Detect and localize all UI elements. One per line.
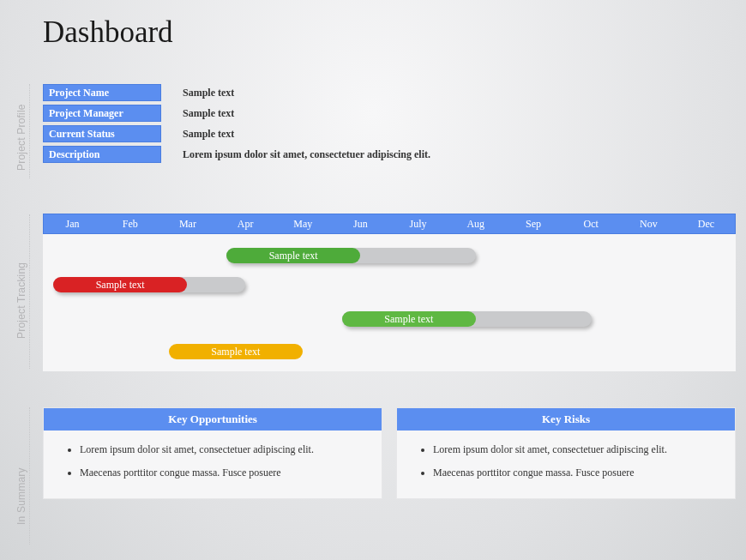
month-label: Dec [677, 218, 735, 231]
profile-row: Project Manager Sample text [43, 105, 430, 122]
gantt-task-fill: Sample text [342, 311, 476, 327]
project-tracking: Jan Feb Mar Apr May Jun July Aug Sep Oct… [43, 214, 736, 371]
profile-row: Current Status Sample text [43, 125, 430, 142]
summary-panels: Key Opportunities Lorem ipsum dolor sit … [43, 407, 736, 499]
month-label: Oct [563, 218, 620, 231]
profile-row: Description Lorem ipsum dolor sit amet, … [43, 146, 430, 163]
profile-value-description: Lorem ipsum dolor sit amet, consectetuer… [183, 148, 430, 161]
panel-risks: Key Risks Lorem ipsum dolor sit amet, co… [396, 407, 736, 499]
opportunity-item: Lorem ipsum dolor sit amet, consectetuer… [80, 443, 366, 457]
project-profile: Project Name Sample text Project Manager… [43, 84, 430, 166]
gantt-task: Sample text [342, 311, 592, 327]
month-label: Feb [101, 218, 159, 231]
month-label: Aug [447, 218, 504, 231]
profile-value-status: Sample text [183, 128, 234, 141]
month-label: Sep [504, 218, 562, 231]
profile-label-name: Project Name [43, 84, 161, 101]
opportunity-item: Maecenas porttitor congue massa. Fusce p… [80, 466, 366, 480]
page-title: Dashboard [43, 15, 173, 50]
profile-row: Project Name Sample text [43, 84, 430, 101]
panel-body-risks: Lorem ipsum dolor sit amet, consectetuer… [397, 431, 735, 498]
section-label-profile: Project Profile [15, 104, 27, 171]
risk-item: Maecenas porttitor congue massa. Fusce p… [433, 466, 719, 480]
month-label: July [389, 218, 447, 231]
month-label: Mar [159, 218, 216, 231]
gantt-area: Sample textSample textSample textSample … [43, 234, 736, 371]
gantt-task-fill: Sample text [169, 344, 303, 359]
panel-header-risks: Key Risks [397, 408, 735, 431]
gantt-task-fill: Sample text [226, 248, 360, 263]
panel-opportunities: Key Opportunities Lorem ipsum dolor sit … [43, 407, 382, 499]
profile-value-name: Sample text [183, 87, 234, 99]
panel-body-opportunities: Lorem ipsum dolor sit amet, consectetuer… [44, 431, 382, 498]
month-label: Apr [217, 218, 274, 231]
month-label: Nov [620, 218, 677, 231]
month-label: Jun [332, 218, 389, 231]
profile-label-description: Description [43, 146, 161, 163]
month-label: May [274, 218, 332, 231]
risk-item: Lorem ipsum dolor sit amet, consectetuer… [433, 443, 719, 457]
gantt-task-fill: Sample text [53, 277, 187, 292]
months-bar: Jan Feb Mar Apr May Jun July Aug Sep Oct… [43, 214, 736, 234]
gantt-task: Sample text [226, 248, 476, 263]
month-label: Jan [44, 218, 101, 231]
section-label-tracking: Project Tracking [15, 262, 27, 339]
section-label-summary: In Summary [15, 467, 27, 525]
profile-value-manager: Sample text [183, 107, 234, 120]
gantt-task: Sample text [53, 277, 245, 292]
panel-header-opportunities: Key Opportunities [44, 408, 382, 431]
profile-label-manager: Project Manager [43, 105, 161, 122]
profile-label-status: Current Status [43, 125, 161, 142]
